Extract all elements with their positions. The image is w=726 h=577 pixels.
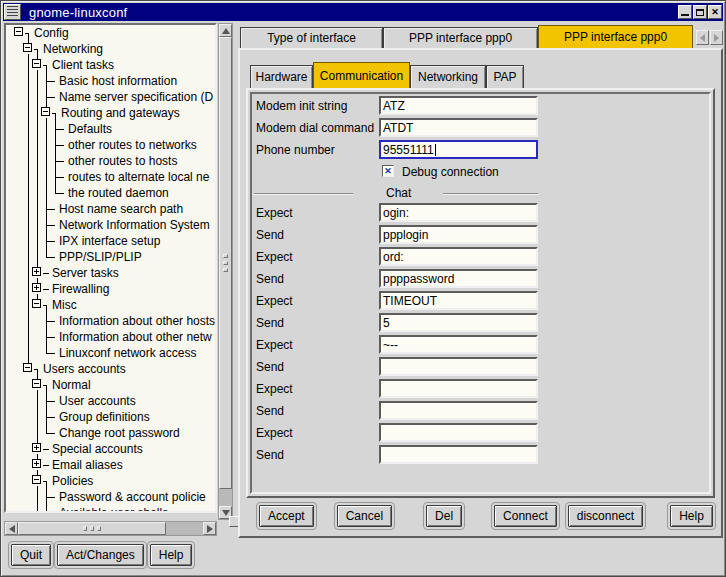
tree-item-label[interactable]: Config [34,26,69,40]
tree-item-label[interactable]: Client tasks [52,58,114,72]
tree-item-client-tasks[interactable]: Client tasks [6,57,217,73]
tree-item-defaults[interactable]: Defaults [6,121,217,137]
tree-item-config[interactable]: Config [6,25,217,41]
collapse-icon[interactable] [14,27,23,36]
tab-communication[interactable]: Communication [313,62,410,88]
tab-scroll-left-button[interactable] [696,30,709,45]
tree-item-ipx-interface-setup[interactable]: IPX interface setup [6,233,217,249]
tree-item-other-routes-to-networks[interactable]: other routes to networks [6,137,217,153]
tree-item-basic-host-information[interactable]: Basic host information [6,73,217,89]
scroll-right-button[interactable] [203,522,216,535]
tree-item-users-accounts[interactable]: Users accounts [6,361,217,377]
tree-item-misc[interactable]: Misc [6,297,217,313]
tree-item-label[interactable]: Server tasks [52,266,119,280]
tree-item-label[interactable]: other routes to networks [68,138,197,152]
tree-item-label[interactable]: Special accounts [52,442,143,456]
tree-item-label[interactable]: other routes to hosts [68,154,177,168]
tree-item-label[interactable]: Email aliases [52,458,123,472]
act-changes-button[interactable]: Act/Changes [57,544,144,566]
text-entry-expect[interactable]: TIMEOUT [379,291,538,310]
text-entry-send[interactable]: 5 [379,313,538,332]
tree-item-ppp-slip-plip[interactable]: PPP/SLIP/PLIP [6,249,217,265]
tree-item-firewalling[interactable]: Firewalling [6,281,217,297]
tree-item-routes-to-alternate-local-ne[interactable]: routes to alternate local ne [6,169,217,185]
tab-hardware[interactable]: Hardware [250,65,313,88]
tree-item-available-user-shells[interactable]: Available user shells [6,505,217,513]
tree-item-label[interactable]: Password & account policie [59,490,206,504]
tab-ppp-interface-ppp0[interactable]: PPP interface ppp0 [538,25,693,48]
tree-item-policies[interactable]: Policies [6,473,217,489]
collapse-icon[interactable] [32,475,41,484]
expand-icon[interactable] [32,459,41,468]
tree-item-label[interactable]: Host name search path [59,202,183,216]
text-entry-expect[interactable] [379,423,538,442]
expand-icon[interactable] [32,267,41,276]
tree-item-label[interactable]: Defaults [68,122,112,136]
tab-type-of-interface[interactable]: Type of interface [240,27,383,48]
tree-item-label[interactable]: Name server specification (D [59,90,213,104]
accept-button[interactable]: Accept [259,505,314,527]
text-entry-send[interactable] [379,401,538,420]
tree-item-normal[interactable]: Normal [6,377,217,393]
text-entry-modem-dial-command[interactable]: ATDT [379,118,538,137]
tree-horizontal-scrollbar[interactable] [4,521,217,536]
tab-ppp-interface-ppp0[interactable]: PPP interface ppp0 [383,27,538,48]
tree-item-label[interactable]: the routed daemon [68,186,169,200]
text-entry-send[interactable]: ppppassword [379,269,538,288]
connect-button[interactable]: Connect [494,505,557,527]
scroll-up-button[interactable] [219,24,232,37]
tree-item-user-accounts[interactable]: User accounts [6,393,217,409]
tree-item-label[interactable]: Firewalling [52,282,109,296]
tree-item-email-aliases[interactable]: Email aliases [6,457,217,473]
tree-item-routing-and-gateways[interactable]: Routing and gateways [6,105,217,121]
expand-icon[interactable] [32,443,41,452]
tree-item-label[interactable]: PPP/SLIP/PLIP [59,250,142,264]
close-button[interactable]: ✕ [708,5,722,19]
text-entry-send[interactable] [379,445,538,464]
tree-item-networking[interactable]: Networking [6,41,217,57]
horizontal-scroll-thumb[interactable] [18,522,166,535]
tree-item-information-about-other-hosts[interactable]: Information about other hosts [6,313,217,329]
tree-item-label[interactable]: Network Information System [59,218,210,232]
text-entry-send[interactable] [379,357,538,376]
tab-networking[interactable]: Networking [410,65,486,88]
text-entry-phone-number[interactable]: 95551111 [379,140,538,159]
text-entry-modem-init-string[interactable]: ATZ [379,96,538,115]
tree-item-label[interactable]: Basic host information [59,74,177,88]
tree-item-label[interactable]: Available user shells [59,506,168,513]
maximize-button[interactable] [693,5,707,19]
collapse-icon[interactable] [23,363,32,372]
tree-vertical-scrollbar[interactable] [218,23,233,520]
tree-item-special-accounts[interactable]: Special accounts [6,441,217,457]
tree-item-label[interactable]: User accounts [59,394,136,408]
tree-item-network-information-system[interactable]: Network Information System [6,217,217,233]
disconnect-button[interactable]: disconnect [568,505,643,527]
tree-item-password-account-policie[interactable]: Password & account policie [6,489,217,505]
tree-item-label[interactable]: Misc [52,298,77,312]
text-entry-expect[interactable]: ~-- [379,335,538,354]
tree-item-change-root-password[interactable]: Change root password [6,425,217,441]
tree-item-label[interactable]: Users accounts [43,362,126,376]
debug-connection-checkbox[interactable]: ✕ [382,165,394,177]
vertical-scroll-thumb[interactable] [219,37,232,489]
tree-item-label[interactable]: Policies [52,474,93,488]
tree-item-linuxconf-network-access[interactable]: Linuxconf network access [6,345,217,361]
tree-item-label[interactable]: IPX interface setup [59,234,160,248]
tree-item-label[interactable]: Routing and gateways [61,106,180,120]
tree-item-information-about-other-netw[interactable]: Information about other netw [6,329,217,345]
collapse-icon[interactable] [23,43,32,52]
tab-scroll-right-button[interactable] [710,30,723,45]
tab-pap[interactable]: PAP [486,65,524,88]
tree-item-the-routed-daemon[interactable]: the routed daemon [6,185,217,201]
tree-item-label[interactable]: Information about other hosts [59,314,215,328]
window-menu-button[interactable] [4,4,21,20]
help-button[interactable]: Help [670,505,713,527]
collapse-icon[interactable] [41,107,50,116]
tree-item-label[interactable]: Group definitions [59,410,150,424]
tree-item-other-routes-to-hosts[interactable]: other routes to hosts [6,153,217,169]
tree-item-label[interactable]: Normal [52,378,91,392]
tree-item-label[interactable]: Change root password [59,426,180,440]
scroll-left-button[interactable] [5,522,18,535]
text-entry-expect[interactable]: ogin: [379,203,538,222]
expand-icon[interactable] [32,283,41,292]
